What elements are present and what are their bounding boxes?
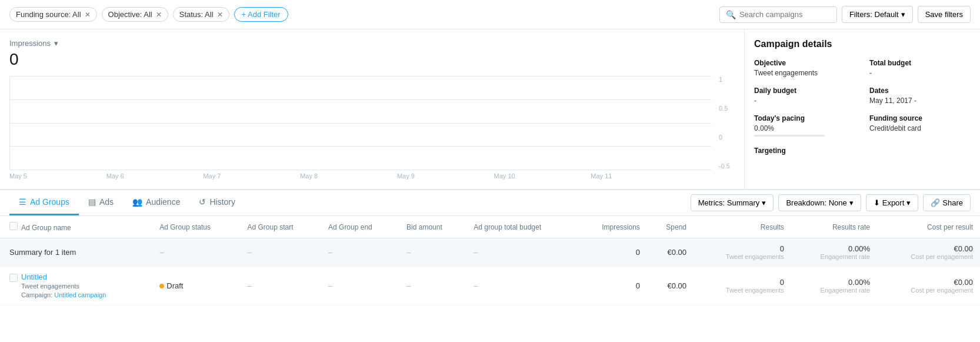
- x-label-may11: May 11: [591, 172, 688, 180]
- tab-history-label: History: [209, 197, 235, 207]
- targeting-label: Targeting: [754, 147, 786, 155]
- detail-daily-budget: Daily budget -: [754, 87, 855, 105]
- export-button[interactable]: ⬇ Export ▾: [866, 194, 919, 211]
- detail-funding-source: Funding source Credit/debit card: [869, 114, 971, 137]
- filter-objective-close[interactable]: ✕: [156, 11, 162, 18]
- x-label-may10: May 10: [494, 172, 591, 180]
- header-checkbox[interactable]: [9, 222, 18, 230]
- detail-dates: Dates May 11, 2017 -: [869, 87, 971, 105]
- detail-todays-pacing-value: 0.00%: [754, 124, 774, 132]
- col-spend: Spend: [647, 216, 694, 238]
- y-label-05: 0.5: [719, 105, 730, 112]
- tab-audience-label: Audience: [146, 197, 180, 207]
- table-container: Ad Group name Ad Group status Ad Group s…: [0, 216, 980, 306]
- tab-audience[interactable]: 👥 Audience: [123, 190, 189, 215]
- export-chevron-icon: ▾: [906, 198, 911, 207]
- campaign-details-panel: Campaign details Objective Tweet engagem…: [745, 29, 980, 189]
- y-label-0: 0: [719, 134, 730, 141]
- filter-funding-source-label: Funding source: All: [16, 10, 81, 19]
- row-results-rate: 0.00%Engagement rate: [791, 267, 877, 306]
- row-cost-per-result-sub: Cost per engagement: [884, 287, 973, 294]
- ad-group-name-link[interactable]: Untitled: [21, 273, 47, 281]
- tab-ad-groups[interactable]: ☰ Ad Groups: [9, 190, 79, 215]
- tab-history[interactable]: ↺ History: [189, 190, 245, 215]
- add-filter-button[interactable]: + Add Filter: [234, 7, 288, 22]
- chart-area: Impressions ▾ 0 1 0.5 0 -0.5 May 5 May 6: [0, 29, 745, 189]
- chart-panel: Impressions ▾ 0 1 0.5 0 -0.5 May 5 May 6: [0, 29, 980, 190]
- tabs: ☰ Ad Groups ▤ Ads 👥 Audience ↺ History: [9, 190, 245, 215]
- x-label-may8: May 8: [300, 172, 397, 180]
- save-filters-button[interactable]: Save filters: [918, 6, 971, 23]
- status-draft-dot: [159, 284, 164, 288]
- metric-header[interactable]: Impressions ▾: [9, 39, 735, 48]
- chart-container: 1 0.5 0 -0.5: [9, 76, 711, 170]
- chart-x-labels: May 5 May 6 May 7 May 8 May 9 May 10 May…: [9, 170, 711, 180]
- tabs-and-controls: ☰ Ad Groups ▤ Ads 👥 Audience ↺ History M…: [0, 190, 980, 216]
- summary-row: Summary for 1 item – – – – – 0 €0.00 0Tw…: [0, 238, 980, 267]
- filter-funding-source[interactable]: Funding source: All ✕: [9, 7, 97, 22]
- col-impressions: Impressions: [576, 216, 647, 238]
- col-results-rate: Results rate: [791, 216, 877, 238]
- col-start: Ad Group start: [240, 216, 321, 238]
- x-label-may5: May 5: [9, 172, 106, 180]
- table-row: Untitled Tweet engagements Campaign: Unt…: [0, 267, 980, 306]
- metric-chevron-icon: ▾: [54, 39, 58, 48]
- summary-impressions: 0: [576, 238, 647, 267]
- x-label-may9: May 9: [397, 172, 494, 180]
- detail-todays-pacing: Today's pacing 0.00%: [754, 114, 855, 137]
- summary-bid: –: [399, 238, 466, 267]
- row-results-sub: Tweet engagements: [701, 287, 784, 294]
- ad-groups-table: Ad Group name Ad Group status Ad Group s…: [0, 216, 980, 306]
- metrics-summary-button[interactable]: Metrics: Summary ▾: [691, 194, 774, 211]
- table-header: Ad Group name Ad Group status Ad Group s…: [0, 216, 980, 238]
- campaign-name-link[interactable]: Untitled campaign: [54, 291, 106, 298]
- filter-status[interactable]: Status: All ✕: [173, 7, 229, 22]
- breakdown-none-button[interactable]: Breakdown: None ▾: [778, 194, 861, 211]
- campaign-label: Campaign: Untitled campaign: [21, 291, 106, 298]
- audience-icon: 👥: [132, 197, 142, 207]
- pacing-bar: [754, 135, 825, 137]
- search-icon: 🔍: [726, 10, 736, 19]
- detail-total-budget-value: -: [869, 69, 872, 77]
- row-spend: €0.00: [647, 267, 694, 306]
- filter-objective[interactable]: Objective: All ✕: [102, 7, 168, 22]
- summary-cost-per-result: €0.00Cost per engagement: [877, 238, 980, 267]
- metric-name: Impressions: [9, 39, 51, 48]
- detail-total-budget: Total budget -: [869, 59, 971, 77]
- col-results: Results: [694, 216, 791, 238]
- save-filters-label: Save filters: [925, 10, 963, 19]
- search-input[interactable]: [739, 10, 831, 19]
- detail-total-budget-label: Total budget: [869, 59, 971, 67]
- filter-funding-source-close[interactable]: ✕: [85, 11, 91, 18]
- filter-objective-label: Objective: All: [108, 10, 152, 19]
- breakdown-none-label: Breakdown: None: [786, 198, 846, 207]
- row-checkbox[interactable]: [9, 274, 18, 282]
- row-name-cell: Untitled Tweet engagements Campaign: Unt…: [0, 267, 152, 306]
- summary-results: 0Tweet engagements: [694, 238, 791, 267]
- details-grid: Objective Tweet engagements Total budget…: [754, 59, 971, 137]
- col-bid: Bid amount: [399, 216, 466, 238]
- filters-chevron-icon: ▾: [901, 10, 905, 19]
- detail-objective-value: Tweet engagements: [754, 69, 818, 77]
- grid-line-3: [10, 146, 711, 147]
- tab-ads[interactable]: ▤ Ads: [79, 190, 123, 215]
- share-label: Share: [942, 198, 963, 207]
- ad-group-type: Tweet engagements: [21, 283, 79, 290]
- filter-status-label: Status: All: [179, 10, 214, 19]
- detail-funding-source-label: Funding source: [869, 114, 971, 122]
- bottom-section: ☰ Ad Groups ▤ Ads 👥 Audience ↺ History M…: [0, 190, 980, 306]
- chart-y-labels: 1 0.5 0 -0.5: [719, 76, 730, 170]
- filter-status-close[interactable]: ✕: [217, 11, 223, 18]
- tab-controls: Metrics: Summary ▾ Breakdown: None ▾ ⬇ E…: [691, 194, 971, 211]
- share-button[interactable]: 🔗 Share: [923, 194, 971, 211]
- search-box[interactable]: 🔍: [719, 6, 837, 23]
- summary-total-budget: –: [466, 238, 576, 267]
- breakdown-chevron-icon: ▾: [849, 198, 854, 207]
- row-name-info: Untitled Tweet engagements Campaign: Unt…: [21, 273, 106, 299]
- col-status: Ad Group status: [152, 216, 240, 238]
- filters-default-label: Filters: Default: [849, 10, 899, 19]
- grid-line-top: [10, 76, 711, 77]
- y-label-neg05: -0.5: [719, 162, 730, 170]
- grid-line-1: [10, 99, 711, 100]
- filters-default-button[interactable]: Filters: Default ▾: [842, 6, 913, 23]
